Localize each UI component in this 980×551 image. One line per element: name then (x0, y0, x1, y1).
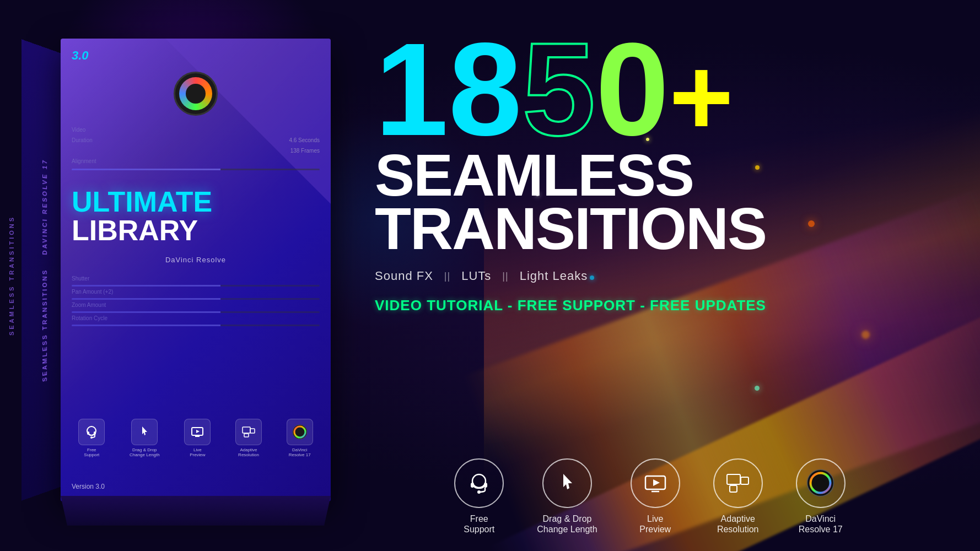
ui-row-alignment: Alignment (72, 158, 320, 164)
svg-rect-2 (94, 431, 96, 435)
drag-drop-icon-circle (542, 458, 592, 508)
ui-slider (72, 169, 320, 170)
box-icon-free-support: FreeSupport (78, 419, 105, 457)
svg-rect-7 (243, 427, 250, 433)
svg-point-16 (477, 490, 481, 494)
box-title-library: LIBRARY (72, 216, 320, 245)
sound-fx-row: Sound FX || LUTs || Light Leaks (375, 269, 947, 283)
logo-center (186, 84, 206, 104)
seamless-line2: TRANSITIONS (375, 202, 947, 255)
box-icon-adaptive-resolution: AdaptiveResolution (235, 419, 262, 457)
seamless-line1: SEAMLESS (375, 148, 947, 202)
svg-marker-18 (653, 479, 660, 486)
bottom-icon-adaptive-resolution: AdaptiveResolution (713, 458, 763, 534)
digit-8: 8 (448, 33, 521, 145)
box-spine: SEAMLESS TRANSITIONS DaVinci Resolve 17 (21, 39, 66, 500)
box-icon-live-preview: LivePreview (184, 419, 211, 457)
svg-point-12 (298, 430, 302, 434)
light-leaks-label: Light Leaks (520, 269, 588, 283)
box-version-number: 3.0 (72, 48, 89, 63)
separator-2: || (502, 271, 508, 282)
box-triangle-decoration (165, 39, 331, 204)
box-ui-bottom-params: Shutter Pan Amount (+2) Zoom Amount Rota… (72, 276, 320, 328)
box-bottom-face (61, 496, 331, 526)
seamless-text: SEAMLESS TRANSITIONS (375, 148, 947, 255)
adaptive-resolution-icon-circle (713, 458, 763, 508)
svg-rect-9 (244, 434, 249, 437)
box-ui-params: Video Duration 4.6 Seconds 138 Frames Al… (72, 127, 320, 172)
box-icon-drag-drop: Drag & DropChange Length (130, 419, 160, 457)
svg-rect-8 (250, 429, 255, 433)
davinci-icon-circle (796, 458, 846, 508)
svg-point-3 (90, 436, 93, 439)
separator-1: || (444, 271, 450, 282)
svg-rect-20 (727, 474, 740, 484)
luts-label: LUTs (461, 269, 491, 283)
ui-row-frames: 138 Frames (72, 148, 320, 154)
box-front: 3.0 Video Duration 4.6 Seconds (61, 39, 331, 501)
box-icons-row: FreeSupport Drag & DropChange Length (66, 419, 325, 457)
tutorial-text: VIDEO TUTORIAL - FREE SUPPORT - FREE UPD… (375, 297, 766, 314)
product-box: SEAMLESS TRANSITIONS DaVinci Resolve 17 … (22, 39, 342, 490)
tutorial-banner: VIDEO TUTORIAL - FREE SUPPORT - FREE UPD… (375, 297, 947, 314)
drag-drop-label: Drag & DropChange Length (537, 514, 597, 534)
box-version-bottom: Version 3.0 (72, 483, 105, 490)
svg-point-13 (472, 474, 486, 488)
svg-rect-14 (471, 483, 474, 488)
digit-0: 0 (595, 33, 669, 145)
box-title-ultimate: ULTIMATE (72, 187, 320, 216)
digit-1: 1 (375, 33, 448, 145)
box-subtitle: DaVinci Resolve (72, 256, 320, 264)
spine-text: SEAMLESS TRANSITIONS DaVinci Resolve 17 (41, 158, 48, 382)
bottom-icons-row: FreeSupport Drag & DropChange Length Liv… (342, 458, 958, 534)
live-preview-label: LivePreview (639, 514, 671, 534)
svg-marker-5 (196, 430, 200, 433)
svg-rect-1 (87, 431, 89, 435)
logo-color-ring (179, 77, 212, 110)
box-logo (174, 72, 218, 116)
svg-rect-21 (741, 477, 749, 484)
vertical-left-text: SEAMLESS TRANSITIONS (8, 215, 15, 336)
box-title-area: ULTIMATE LIBRARY DaVinci Resolve (72, 187, 320, 264)
bottom-icon-drag-drop: Drag & DropChange Length (537, 458, 597, 534)
svg-rect-15 (484, 483, 487, 488)
hero-number-row: 1 8 5 0 + (375, 33, 947, 145)
davinci-label: DaVinciResolve 17 (799, 514, 843, 534)
product-box-section: SEAMLESS TRANSITIONS DaVinci Resolve 17 … (0, 0, 364, 551)
bottom-icon-davinci: DaVinciResolve 17 (796, 458, 846, 534)
davinci-resolve-logo (174, 72, 218, 116)
svg-point-25 (817, 479, 825, 487)
adaptive-resolution-label: AdaptiveResolution (717, 514, 759, 534)
digit-plus: + (669, 50, 734, 144)
svg-rect-22 (730, 485, 737, 492)
free-support-label: FreeSupport (464, 514, 494, 534)
ui-row-video: Video (72, 127, 320, 133)
free-support-icon-circle (454, 458, 504, 508)
bottom-icon-free-support: FreeSupport (454, 458, 504, 534)
bottom-icon-live-preview: LivePreview (631, 458, 680, 534)
digit-5: 5 (522, 33, 595, 145)
sound-fx-label: Sound FX (375, 269, 433, 283)
ui-row-duration: Duration 4.6 Seconds (72, 137, 320, 143)
box-icon-davinci: DaVinciResolve 17 (287, 419, 313, 457)
live-preview-icon-circle (631, 458, 680, 508)
